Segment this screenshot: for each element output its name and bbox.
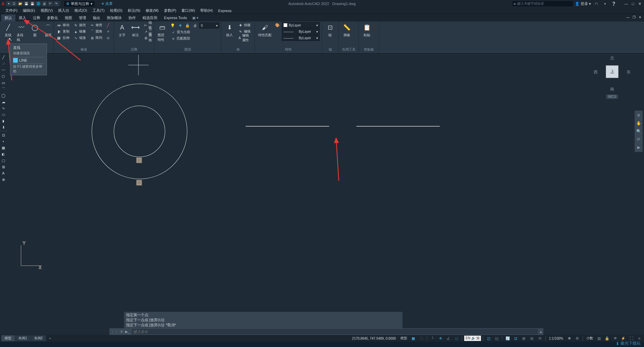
qat-plot-icon[interactable]: 🖨	[42, 1, 47, 6]
ortho-toggle-icon[interactable]: └	[429, 335, 436, 341]
cmdline-handle-icon[interactable]: ⋮⋮	[111, 330, 118, 334]
layout-add-button[interactable]: +	[46, 336, 54, 341]
polyline-button[interactable]: 〰多段线	[15, 22, 28, 43]
layer-plot-icon[interactable]: 🖨	[192, 22, 198, 28]
menu-格式(O)[interactable]: 格式(O)	[72, 7, 90, 14]
layer-match-button[interactable]: ≡匹配图层	[170, 36, 219, 42]
trim-button[interactable]: ✂修剪	[89, 22, 104, 28]
layout-tab-模型[interactable]: 模型	[1, 335, 15, 341]
qat-redo-icon[interactable]: ↷	[54, 1, 59, 6]
matchprop-button[interactable]: 🖌特性匹配	[257, 22, 273, 38]
qat-saveas-icon[interactable]: 💾	[30, 1, 35, 6]
tp-insert-icon[interactable]: ⬇	[0, 124, 7, 130]
cart-icon[interactable]: ▾	[602, 1, 608, 7]
explode-icon[interactable]: ✧	[105, 28, 111, 34]
menu-参数(P)[interactable]: 参数(P)	[161, 7, 179, 14]
menu-视图(V)[interactable]: 视图(V)	[38, 7, 56, 14]
annovis-icon[interactable]: ✱	[566, 335, 573, 341]
space-model[interactable]: 模型	[399, 336, 409, 341]
layer-on-icon[interactable]: 💡	[170, 22, 176, 28]
3dosnap-icon[interactable]: ⊡	[513, 335, 519, 341]
snap-toggle-icon[interactable]: ⸬	[418, 335, 425, 341]
menu-插入(I)[interactable]: 插入(I)	[55, 7, 71, 14]
scale-button[interactable]: ⤡缩放	[72, 35, 87, 41]
ui-lock-icon[interactable]: 🔒	[604, 335, 610, 341]
tp-spline-icon[interactable]: ∿	[0, 105, 7, 111]
maximize-button[interactable]: □	[630, 1, 636, 6]
insert-button[interactable]: ⬇插入	[223, 22, 235, 38]
block-attr-button[interactable]: A编辑属性	[237, 35, 253, 41]
viewcube-wcs[interactable]: WCS	[606, 94, 618, 99]
doc-minimize-button[interactable]: —	[625, 15, 631, 19]
viewcube-east[interactable]: 东	[627, 69, 631, 75]
workspace-selector[interactable]: ⚙ 草图与注释 ▾	[64, 1, 95, 7]
selectioncycle-icon[interactable]: ⟲	[537, 335, 543, 341]
table-button[interactable]: ⊞表格	[143, 35, 155, 41]
tp-arc-icon[interactable]: ⌒	[0, 86, 7, 92]
rtab-Express Tools[interactable]: Express Tools	[161, 15, 190, 21]
menu-修改(M)[interactable]: 修改(M)	[143, 7, 161, 14]
props-panel-label[interactable]: 特性	[257, 47, 320, 53]
layer-selector[interactable]: 0▾	[199, 22, 219, 28]
units-display[interactable]: 小数	[585, 336, 594, 341]
tp-polygon-icon[interactable]: ⬠	[0, 73, 7, 79]
menu-窗口(W)[interactable]: 窗口(W)	[179, 7, 198, 14]
line-button[interactable]: ╱直线	[2, 22, 14, 38]
doc-restore-button[interactable]: ❐	[631, 15, 637, 19]
rtab-视图[interactable]: 视图	[61, 14, 75, 21]
arc-button[interactable]: ⌒圆弧	[42, 22, 54, 38]
tp-table-icon[interactable]: ⊞	[0, 164, 7, 170]
annot-panel-label[interactable]: 注释	[116, 47, 152, 53]
qat-new-icon[interactable]: 🗋	[11, 1, 17, 6]
viewcube-west[interactable]: 西	[594, 69, 598, 75]
qat-save-icon[interactable]: 💾	[23, 1, 29, 6]
measure-button[interactable]: 📏测量	[341, 22, 353, 38]
dimension-button[interactable]: ⟷标注	[129, 22, 142, 38]
tp-region-icon[interactable]: ▢	[0, 157, 7, 163]
tp-gradient-icon[interactable]: ◐	[0, 151, 7, 157]
tp-ellipse-icon[interactable]: ⬭	[0, 112, 7, 118]
command-input[interactable]	[132, 329, 538, 334]
menu-文件(F)[interactable]: 文件(F)	[3, 7, 20, 14]
menu-工具(T)[interactable]: 工具(T)	[90, 7, 107, 14]
cycle-icon[interactable]: 🔄	[504, 335, 511, 341]
fillet-button[interactable]: ⌒圆角	[89, 28, 104, 34]
tp-polyline-icon[interactable]: 〰	[0, 67, 7, 73]
command-line[interactable]: ⋮⋮ ✕ ▶_ ▴	[109, 328, 543, 335]
menu-帮助(H)[interactable]: 帮助(H)	[198, 7, 215, 14]
tp-rect-icon[interactable]: ▭	[0, 80, 7, 86]
tp-xline-icon[interactable]: ⟋	[0, 61, 7, 67]
rtab-协作[interactable]: 协作	[125, 14, 139, 21]
qat-menu[interactable]: ▾	[6, 1, 11, 6]
qat-undo-icon[interactable]: ↶	[48, 1, 53, 6]
menu-Express[interactable]: Express	[215, 8, 234, 13]
exchange-icon[interactable]: ⛫	[593, 1, 600, 7]
viewcube-top[interactable]: 上	[606, 65, 619, 78]
rtab-注释[interactable]: 注释	[30, 14, 44, 21]
block-panel-label[interactable]: 块	[223, 47, 253, 53]
mirror-button[interactable]: ▲镜像	[72, 28, 87, 34]
login-button[interactable]: 👤 登录 ▾	[575, 1, 591, 6]
close-button[interactable]: ✕	[637, 1, 643, 6]
group-panel-label[interactable]: 组	[324, 47, 336, 53]
rotate-button[interactable]: ↻旋转	[72, 22, 87, 28]
doc-close-button[interactable]: ✕	[637, 15, 643, 19]
cmdline-history-icon[interactable]: ▴	[540, 330, 542, 334]
nav-zoom-icon[interactable]: 🔍	[635, 127, 643, 135]
qat-web-icon[interactable]: 🌐	[36, 1, 41, 6]
prop-palette-icon[interactable]: 🎨	[274, 22, 280, 28]
rtab-附加模块[interactable]: 附加模块	[104, 14, 125, 21]
stretch-button[interactable]: ⤢拉伸	[56, 35, 71, 41]
rtab-输出[interactable]: 输出	[90, 14, 104, 21]
menu-编辑(E)[interactable]: 编辑(E)	[20, 7, 38, 14]
layer-setcurrent-button[interactable]: ✓置为当前	[170, 29, 219, 35]
paste-button[interactable]: 📋粘贴	[361, 22, 373, 38]
move-button[interactable]: ⇔移动	[56, 22, 71, 28]
dyninput-icon[interactable]: ⊞	[521, 335, 527, 341]
lineweight-selector[interactable]: ———ByLayer▾	[282, 28, 320, 34]
transparency-icon[interactable]: ◱	[493, 335, 500, 341]
polar-toggle-icon[interactable]: ✛	[437, 335, 444, 341]
tp-revcloud-icon[interactable]: ☁	[0, 99, 7, 105]
clip-panel-label[interactable]: 剪贴板	[361, 47, 377, 53]
offset-icon[interactable]: ⊂	[105, 35, 111, 41]
